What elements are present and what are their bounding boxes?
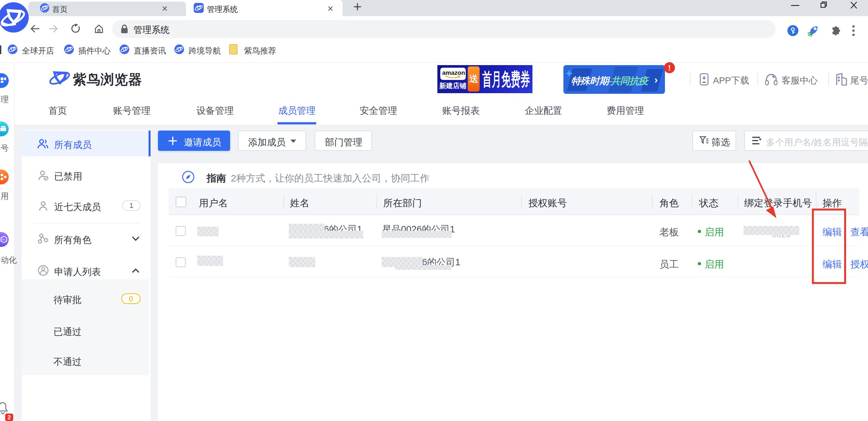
svg-text:PA: PA (2, 238, 5, 241)
